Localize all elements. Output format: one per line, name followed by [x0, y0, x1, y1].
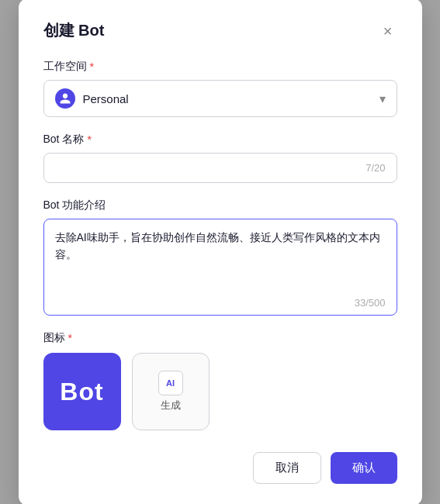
generate-label: 生成 — [161, 399, 181, 413]
bot-name-required: * — [87, 133, 91, 146]
icon-required: * — [68, 332, 72, 344]
workspace-field-group: 工作空间 * Personal ▾ — [43, 60, 397, 117]
person-icon — [59, 92, 71, 105]
bot-name-field-group: Bot 名称 * 7/20 — [43, 133, 397, 183]
bot-icon-selected[interactable]: Bot — [43, 353, 121, 430]
workspace-select[interactable]: Personal ▾ — [43, 80, 397, 117]
icon-options: Bot AI 生成 — [43, 353, 397, 430]
bot-name-input[interactable] — [55, 161, 366, 174]
chevron-down-icon: ▾ — [379, 91, 386, 106]
workspace-label: 工作空间 * — [43, 60, 397, 74]
modal-title: 创建 Bot — [43, 20, 105, 41]
bot-intro-label: Bot 功能介绍 — [43, 198, 397, 212]
ai-badge: AI — [158, 371, 183, 395]
bot-intro-textarea[interactable]: 去除AI味助手，旨在协助创作自然流畅、接近人类写作风格的文本内容。 — [55, 229, 386, 291]
bot-intro-textarea-wrapper: 去除AI味助手，旨在协助创作自然流畅、接近人类写作风格的文本内容。 33/500 — [43, 219, 397, 316]
modal-footer: 取消 确认 — [43, 452, 397, 484]
workspace-icon — [55, 88, 75, 109]
bot-name-input-wrapper: 7/20 — [43, 153, 397, 183]
overlay: 创建 Bot × 工作空间 * Personal ▾ — [0, 0, 440, 504]
bot-name-char-count: 7/20 — [366, 162, 385, 174]
modal-header: 创建 Bot × — [43, 20, 397, 41]
workspace-required: * — [90, 60, 94, 73]
bot-name-label: Bot 名称 * — [43, 133, 397, 147]
bot-intro-field-group: Bot 功能介绍 去除AI味助手，旨在协助创作自然流畅、接近人类写作风格的文本内… — [43, 198, 397, 316]
icon-section: 图标 * Bot AI 生成 — [43, 331, 397, 430]
icon-label: 图标 * — [43, 331, 397, 345]
confirm-button[interactable]: 确认 — [331, 452, 397, 484]
bot-intro-char-count: 33/500 — [55, 297, 386, 309]
workspace-value: Personal — [83, 92, 129, 105]
cancel-button[interactable]: 取消 — [253, 452, 321, 484]
close-button[interactable]: × — [379, 22, 397, 40]
generate-icon-button[interactable]: AI 生成 — [132, 353, 210, 430]
modal-dialog: 创建 Bot × 工作空间 * Personal ▾ — [19, 0, 422, 504]
